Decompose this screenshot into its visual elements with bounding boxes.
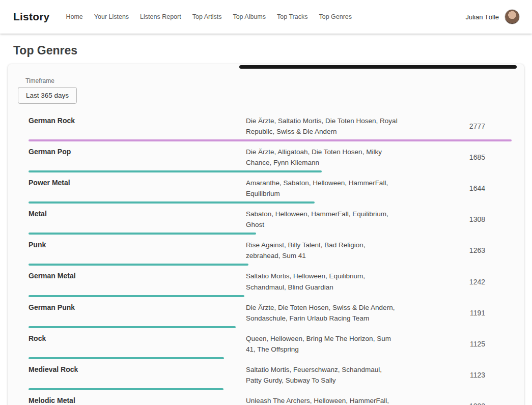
- nav-item-your-listens[interactable]: Your Listens: [94, 13, 129, 20]
- genre-count: 1125: [399, 340, 512, 348]
- genre-progress-bar: [29, 357, 224, 359]
- genre-count: 1263: [399, 246, 512, 254]
- genre-artists: Unleash The Archers, Helloween, HammerFa…: [246, 395, 399, 405]
- genre-progress-bar: [29, 139, 512, 141]
- genre-count: 1685: [399, 153, 512, 161]
- genre-name: Power Metal: [29, 178, 246, 187]
- table-row: German Punk Die Ärzte, Die Toten Hosen, …: [29, 298, 512, 329]
- top-genres-card: Timeframe Last 365 days German Rock Die …: [8, 64, 524, 405]
- genre-name: German Pop: [29, 147, 246, 156]
- genre-progress-bar: [29, 233, 256, 235]
- main-content: Top Genres Timeframe Last 365 days Germa…: [0, 44, 532, 405]
- genre-count: 1644: [399, 184, 512, 192]
- table-row: Rock Queen, Helloween, Bring Me The Hori…: [29, 329, 512, 360]
- genre-name: Metal: [29, 209, 246, 218]
- table-row: German Rock Die Ärzte, Saltatio Mortis, …: [29, 111, 512, 142]
- genre-progress-bar: [29, 201, 315, 204]
- genre-artists: Die Ärzte, Saltatio Mortis, Die Toten Ho…: [246, 115, 399, 137]
- nav-item-top-tracks[interactable]: Top Tracks: [277, 13, 307, 20]
- genre-count: 2777: [399, 122, 512, 130]
- genre-name: German Metal: [29, 271, 246, 280]
- user-name: Julian Tölle: [465, 13, 499, 21]
- app-logo[interactable]: Listory: [13, 11, 49, 23]
- genre-count: 1191: [399, 309, 512, 317]
- table-row: German Pop Die Ärzte, Alligatoah, Die To…: [29, 142, 512, 173]
- genre-progress-bar: [29, 295, 244, 297]
- top-nav: Listory HomeYour ListensListens ReportTo…: [0, 0, 532, 34]
- genre-name: Rock: [29, 333, 246, 342]
- genre-count: 1123: [399, 371, 512, 379]
- genre-count: 1308: [399, 215, 512, 223]
- genre-count: 1242: [399, 278, 512, 286]
- genre-artists: Sabaton, Helloween, HammerFall, Equilibr…: [246, 209, 399, 230]
- genre-artists: Die Ärzte, Die Toten Hosen, Swiss & Die …: [246, 302, 399, 324]
- genre-count: 1002: [399, 402, 512, 405]
- user-box[interactable]: Julian Tölle: [465, 9, 520, 24]
- genre-artists: Saltatio Mortis, Feuerschwanz, Schandmau…: [246, 364, 399, 386]
- nav-item-listens-report[interactable]: Listens Report: [140, 13, 181, 20]
- page-title: Top Genres: [13, 44, 532, 57]
- nav-item-home[interactable]: Home: [66, 13, 82, 20]
- genre-artists: Saltatio Mortis, Helloween, Equilibrium,…: [246, 271, 399, 292]
- genre-progress-bar: [29, 326, 236, 328]
- genre-artists: Rise Against, Billy Talent, Bad Religion…: [246, 240, 399, 261]
- horizontal-scrollbar-thumb[interactable]: [239, 65, 517, 69]
- genre-progress-bar: [29, 388, 223, 390]
- timeframe-select[interactable]: Last 365 days: [18, 87, 77, 104]
- genre-artists: Amaranthe, Sabaton, Helloween, HammerFal…: [246, 178, 399, 199]
- genre-name: Melodic Metal: [29, 395, 246, 404]
- genre-name: German Punk: [29, 302, 246, 311]
- genre-artists: Queen, Helloween, Bring Me The Horizon, …: [246, 333, 399, 355]
- genre-artists: Die Ärzte, Alligatoah, Die Toten Hosen, …: [246, 147, 399, 168]
- table-row: Metal Sabaton, Helloween, HammerFall, Eq…: [29, 205, 512, 236]
- main-nav: HomeYour ListensListens ReportTop Artist…: [66, 13, 465, 20]
- timeframe-control: Timeframe Last 365 days: [18, 77, 512, 104]
- genre-progress-bar: [29, 170, 322, 172]
- timeframe-label: Timeframe: [25, 77, 512, 84]
- nav-item-top-albums[interactable]: Top Albums: [233, 13, 266, 20]
- table-row: Punk Rise Against, Billy Talent, Bad Rel…: [29, 236, 512, 267]
- genre-name: German Rock: [29, 115, 246, 125]
- genre-name: Medieval Rock: [29, 364, 246, 373]
- genre-table: German Rock Die Ärzte, Saltatio Mortis, …: [29, 111, 512, 405]
- table-row: Medieval Rock Saltatio Mortis, Feuerschw…: [29, 360, 512, 391]
- nav-item-top-artists[interactable]: Top Artists: [192, 13, 222, 20]
- table-row: Melodic Metal Unleash The Archers, Hello…: [29, 391, 512, 405]
- nav-item-top-genres[interactable]: Top Genres: [319, 13, 352, 20]
- avatar[interactable]: [505, 9, 520, 24]
- table-row: German Metal Saltatio Mortis, Helloween,…: [29, 267, 512, 298]
- table-row: Power Metal Amaranthe, Sabaton, Hellowee…: [29, 173, 512, 205]
- genre-progress-bar: [29, 264, 248, 266]
- genre-name: Punk: [29, 240, 246, 249]
